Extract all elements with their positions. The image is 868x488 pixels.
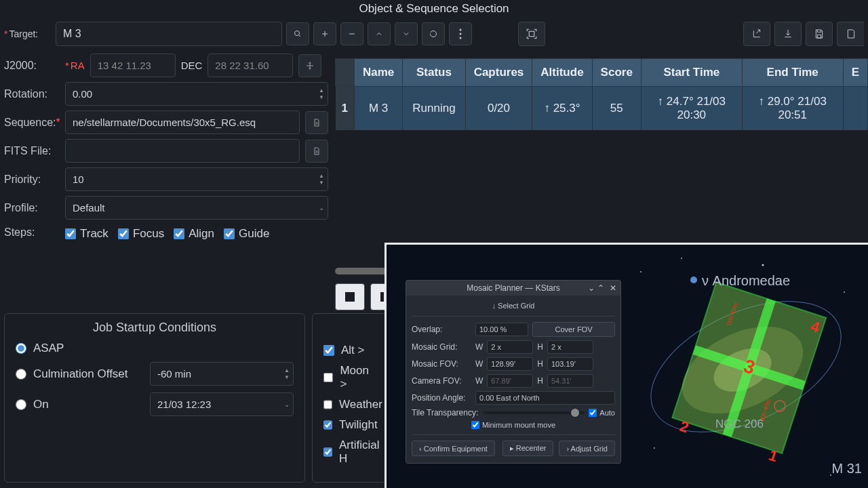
svg-rect-23 xyxy=(672,282,826,453)
svg-rect-8 xyxy=(529,31,534,37)
export-button[interactable] xyxy=(774,22,802,46)
stop-button[interactable] xyxy=(335,283,365,310)
fov-w-input[interactable] xyxy=(487,357,533,371)
rotation-input[interactable] xyxy=(65,82,328,106)
refresh-button[interactable] xyxy=(422,22,445,45)
svg-point-14 xyxy=(640,271,642,272)
col-extra[interactable]: E xyxy=(843,59,867,87)
move-up-button[interactable] xyxy=(368,22,391,45)
sequence-input[interactable] xyxy=(65,110,300,134)
on-time-input[interactable] xyxy=(150,392,294,416)
import-button[interactable] xyxy=(743,22,770,46)
svg-rect-11 xyxy=(345,292,355,302)
mosaic-planner-dialog: Mosaic Planner — KStars ⌄⌃ ✕ ↓ Select Gr… xyxy=(406,280,621,464)
twilight-checkbox[interactable] xyxy=(323,420,332,430)
auto-checkbox[interactable]: Auto xyxy=(589,409,615,417)
culmination-radio[interactable] xyxy=(16,369,26,380)
focus-checkbox[interactable]: Focus xyxy=(118,227,164,241)
col-score[interactable]: Score xyxy=(592,59,641,87)
weather-checkbox[interactable] xyxy=(323,399,332,410)
recenter-button[interactable]: ▸ Recenter xyxy=(502,441,554,456)
add-button[interactable] xyxy=(313,22,336,45)
table-row[interactable]: 1 M 3 Running 0/20 ↑ 25.3° 55 ↑ 24.7° 21… xyxy=(336,87,868,131)
mosaic-title-bar[interactable]: Mosaic Planner — KStars ⌄⌃ ✕ xyxy=(406,281,620,296)
rotation-spin-down[interactable]: ▼ xyxy=(315,94,328,101)
moon-checkbox[interactable] xyxy=(323,372,333,383)
svg-point-33 xyxy=(690,277,697,283)
min-move-checkbox[interactable]: Minimum mount move xyxy=(471,421,555,429)
on-radio[interactable] xyxy=(16,399,26,410)
coords-button[interactable] xyxy=(298,54,321,77)
adjust-grid-button[interactable]: › Adjust Grid xyxy=(559,441,615,456)
rotation-spin-up[interactable]: ▲ xyxy=(315,87,328,94)
align-checkbox[interactable]: Align xyxy=(174,227,214,241)
svg-text:00h 40m: 00h 40m xyxy=(758,398,772,422)
asap-radio[interactable] xyxy=(16,343,26,354)
col-captures[interactable]: Captures xyxy=(465,59,532,87)
target-input[interactable] xyxy=(56,22,282,46)
dec-input[interactable] xyxy=(208,54,293,77)
ngc206-label: NGC 206 xyxy=(715,418,764,431)
cam-w-input xyxy=(487,374,533,388)
track-checkbox[interactable]: Track xyxy=(65,227,108,241)
close-icon[interactable]: ✕ xyxy=(610,283,616,293)
fov-h-input[interactable] xyxy=(547,357,593,371)
move-down-button[interactable] xyxy=(395,22,418,45)
confirm-equipment-button[interactable]: ‹ Confirm Equipment xyxy=(412,441,495,456)
svg-text:2: 2 xyxy=(678,418,691,436)
cover-fov-button[interactable]: Cover FOV xyxy=(532,322,615,337)
profile-select[interactable]: Default xyxy=(65,196,328,220)
artificial-checkbox[interactable] xyxy=(323,447,332,458)
j2000-label: J2000: xyxy=(4,60,60,72)
svg-point-19 xyxy=(830,474,831,476)
horizontal-scrollbar[interactable] xyxy=(335,268,389,274)
ra-input[interactable] xyxy=(90,54,176,77)
svg-text:3: 3 xyxy=(741,355,757,378)
window-title: Object & Sequence Selection xyxy=(0,0,868,18)
menu-button[interactable] xyxy=(449,22,472,45)
pa-input[interactable] xyxy=(475,391,615,405)
grid-h-input[interactable] xyxy=(547,340,593,354)
transparency-slider[interactable] xyxy=(484,411,585,414)
guide-checkbox[interactable]: Guide xyxy=(224,227,269,241)
save-as-button[interactable] xyxy=(837,22,864,46)
priority-input[interactable] xyxy=(65,167,328,191)
svg-point-6 xyxy=(460,33,462,35)
col-end[interactable]: End Time xyxy=(742,59,843,87)
sequence-browse-button[interactable] xyxy=(305,111,328,134)
grid-w-input[interactable] xyxy=(487,340,533,354)
maximize-icon[interactable]: ⌃ xyxy=(597,283,604,293)
col-altitude[interactable]: Altitude xyxy=(532,59,592,87)
svg-point-17 xyxy=(844,291,845,293)
col-name[interactable]: Name xyxy=(355,59,403,87)
minimize-icon[interactable]: ⌄ xyxy=(588,283,595,293)
save-button[interactable] xyxy=(806,22,833,46)
search-button[interactable] xyxy=(286,22,309,45)
frame-button[interactable] xyxy=(518,22,545,46)
dec-label: DEC xyxy=(181,60,203,71)
priority-spin-down[interactable]: ▼ xyxy=(315,180,328,186)
priority-spin-up[interactable]: ▲ xyxy=(315,173,328,180)
svg-point-15 xyxy=(681,258,682,259)
fits-input[interactable] xyxy=(65,139,300,163)
m31-label: M 31 xyxy=(832,461,862,476)
overlap-input[interactable] xyxy=(475,323,528,336)
svg-text:00h 45m: 00h 45m xyxy=(726,302,739,326)
col-status[interactable]: Status xyxy=(403,59,465,87)
alt-checkbox[interactable] xyxy=(323,345,334,356)
col-start[interactable]: Start Time xyxy=(641,59,742,87)
svg-line-25 xyxy=(694,350,804,386)
svg-point-5 xyxy=(460,29,462,31)
svg-rect-12 xyxy=(380,292,384,302)
svg-point-0 xyxy=(295,31,300,36)
remove-button[interactable] xyxy=(340,22,363,45)
select-grid-button[interactable]: ↓ Select Grid xyxy=(492,302,535,310)
svg-text:1: 1 xyxy=(767,447,780,466)
steps-label: Steps: xyxy=(4,226,60,239)
sequence-label: Sequence:* xyxy=(4,117,60,129)
svg-point-32 xyxy=(774,401,785,411)
culmination-input[interactable] xyxy=(150,362,294,386)
fits-browse-button[interactable] xyxy=(305,140,328,163)
rotation-label: Rotation: xyxy=(4,88,60,100)
andromedae-label: ν Andromedae xyxy=(702,273,790,289)
